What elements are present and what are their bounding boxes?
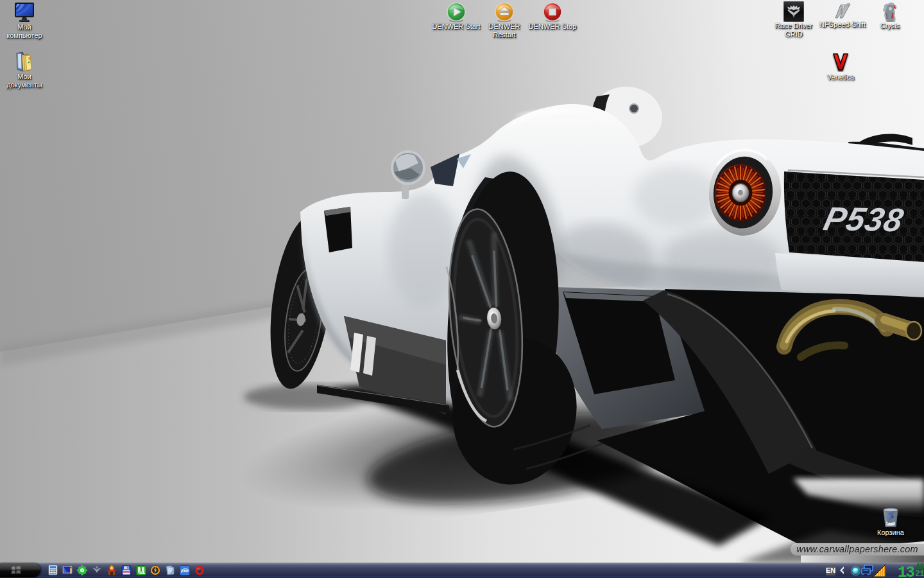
- svg-text:KMP: KMP: [182, 569, 190, 573]
- svg-text:P538: P538: [820, 200, 907, 238]
